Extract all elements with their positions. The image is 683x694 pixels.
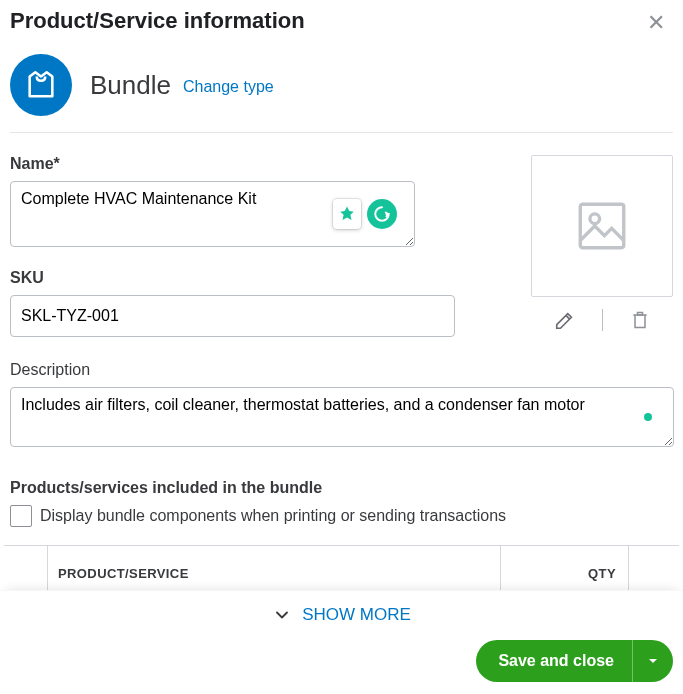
grammarly-tone-icon[interactable] xyxy=(333,199,361,229)
caret-down-icon xyxy=(647,655,659,667)
description-label: Description xyxy=(10,361,673,379)
divider xyxy=(602,309,603,331)
display-components-label: Display bundle components when printing … xyxy=(40,507,506,525)
grammarly-icon[interactable] xyxy=(367,199,397,229)
save-dropdown-caret[interactable] xyxy=(632,640,673,682)
show-more-label: SHOW MORE xyxy=(302,605,411,625)
save-button-label: Save and close xyxy=(476,640,632,682)
chevron-down-icon xyxy=(272,605,292,625)
name-label: Name* xyxy=(10,155,511,173)
sku-label: SKU xyxy=(10,269,511,287)
bundle-type-icon xyxy=(10,54,72,116)
description-input[interactable] xyxy=(10,387,674,447)
sku-input[interactable] xyxy=(10,295,455,337)
edit-image-icon[interactable] xyxy=(554,309,576,331)
type-name: Bundle xyxy=(90,70,171,101)
close-icon[interactable]: ✕ xyxy=(639,8,673,38)
delete-image-icon[interactable] xyxy=(629,309,651,331)
grammarly-dot-icon xyxy=(644,413,652,421)
save-and-close-button[interactable]: Save and close xyxy=(476,640,673,682)
bundle-section-label: Products/services included in the bundle xyxy=(10,479,673,497)
change-type-link[interactable]: Change type xyxy=(183,78,274,96)
panel-title: Product/Service information xyxy=(10,8,305,34)
svg-rect-0 xyxy=(580,204,624,248)
grammarly-widget xyxy=(333,199,397,229)
image-placeholder[interactable] xyxy=(531,155,673,297)
show-more-button[interactable]: SHOW MORE xyxy=(0,590,683,638)
svg-point-1 xyxy=(590,214,600,224)
display-components-checkbox[interactable] xyxy=(10,505,32,527)
